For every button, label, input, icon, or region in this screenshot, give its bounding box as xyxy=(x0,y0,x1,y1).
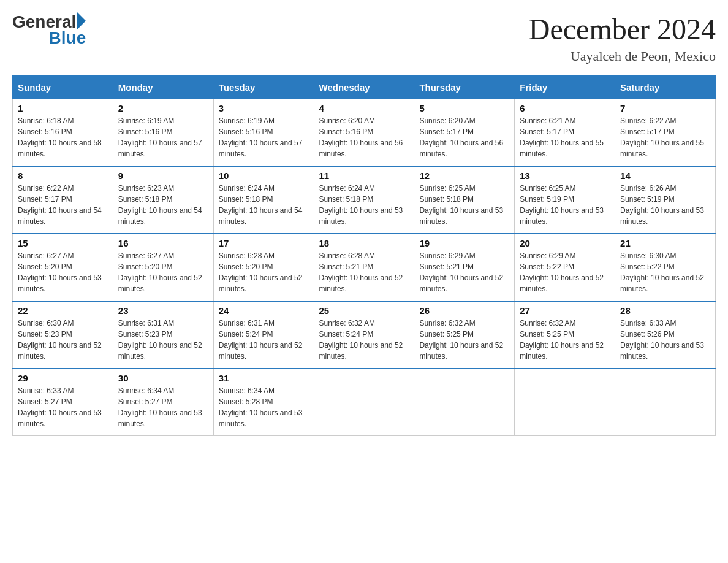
table-row: 14 Sunrise: 6:26 AMSunset: 5:19 PMDaylig… xyxy=(615,166,716,234)
calendar-week-row: 1 Sunrise: 6:18 AMSunset: 5:16 PMDayligh… xyxy=(13,99,716,167)
logo-text-blue: Blue xyxy=(49,28,86,48)
day-number: 2 xyxy=(118,103,208,113)
table-row: 25 Sunrise: 6:32 AMSunset: 5:24 PMDaylig… xyxy=(314,301,414,369)
table-row: 20 Sunrise: 6:29 AMSunset: 5:22 PMDaylig… xyxy=(515,234,615,301)
day-info: Sunrise: 6:33 AMSunset: 5:27 PMDaylight:… xyxy=(18,386,102,428)
header-monday: Monday xyxy=(113,76,213,99)
table-row: 29 Sunrise: 6:33 AMSunset: 5:27 PMDaylig… xyxy=(13,369,113,436)
day-number: 23 xyxy=(118,305,208,316)
day-number: 1 xyxy=(18,103,108,113)
logo-triangle-icon xyxy=(77,12,86,29)
table-row: 3 Sunrise: 6:19 AMSunset: 5:16 PMDayligh… xyxy=(213,99,314,167)
day-number: 28 xyxy=(620,305,710,316)
day-info: Sunrise: 6:31 AMSunset: 5:24 PMDaylight:… xyxy=(219,319,303,361)
day-info: Sunrise: 6:26 AMSunset: 5:19 PMDaylight:… xyxy=(620,184,704,226)
day-number: 25 xyxy=(319,305,409,316)
header-friday: Friday xyxy=(515,76,615,99)
table-row: 1 Sunrise: 6:18 AMSunset: 5:16 PMDayligh… xyxy=(13,99,113,167)
table-row xyxy=(515,369,615,436)
day-info: Sunrise: 6:32 AMSunset: 5:25 PMDaylight:… xyxy=(419,319,503,361)
day-number: 8 xyxy=(18,170,108,181)
day-info: Sunrise: 6:23 AMSunset: 5:18 PMDaylight:… xyxy=(118,184,202,226)
table-row: 18 Sunrise: 6:28 AMSunset: 5:21 PMDaylig… xyxy=(314,234,414,301)
table-row: 10 Sunrise: 6:24 AMSunset: 5:18 PMDaylig… xyxy=(213,166,314,234)
table-row: 30 Sunrise: 6:34 AMSunset: 5:27 PMDaylig… xyxy=(113,369,213,436)
table-row xyxy=(314,369,414,436)
table-row: 27 Sunrise: 6:32 AMSunset: 5:25 PMDaylig… xyxy=(515,301,615,369)
day-number: 19 xyxy=(419,238,509,248)
calendar-subtitle: Uayalceh de Peon, Mexico xyxy=(529,48,716,64)
table-row xyxy=(414,369,515,436)
day-info: Sunrise: 6:27 AMSunset: 5:20 PMDaylight:… xyxy=(18,251,102,293)
table-row: 7 Sunrise: 6:22 AMSunset: 5:17 PMDayligh… xyxy=(615,99,716,167)
calendar-week-row: 15 Sunrise: 6:27 AMSunset: 5:20 PMDaylig… xyxy=(13,234,716,301)
day-info: Sunrise: 6:22 AMSunset: 5:17 PMDaylight:… xyxy=(18,184,102,226)
day-number: 4 xyxy=(319,103,409,113)
table-row: 28 Sunrise: 6:33 AMSunset: 5:26 PMDaylig… xyxy=(615,301,716,369)
day-number: 15 xyxy=(18,238,108,248)
day-info: Sunrise: 6:30 AMSunset: 5:22 PMDaylight:… xyxy=(620,251,704,293)
day-info: Sunrise: 6:22 AMSunset: 5:17 PMDaylight:… xyxy=(620,117,704,158)
day-info: Sunrise: 6:18 AMSunset: 5:16 PMDaylight:… xyxy=(18,117,102,158)
day-info: Sunrise: 6:20 AMSunset: 5:16 PMDaylight:… xyxy=(319,117,403,158)
day-number: 22 xyxy=(18,305,108,316)
header: General Blue December 2024 Uayalceh de P… xyxy=(12,12,716,64)
table-row xyxy=(615,369,716,436)
table-row: 15 Sunrise: 6:27 AMSunset: 5:20 PMDaylig… xyxy=(13,234,113,301)
table-row: 16 Sunrise: 6:27 AMSunset: 5:20 PMDaylig… xyxy=(113,234,213,301)
day-number: 12 xyxy=(419,170,509,181)
day-info: Sunrise: 6:29 AMSunset: 5:22 PMDaylight:… xyxy=(520,251,604,293)
calendar-title: December 2024 xyxy=(529,12,716,46)
day-number: 21 xyxy=(620,238,710,248)
table-row: 9 Sunrise: 6:23 AMSunset: 5:18 PMDayligh… xyxy=(113,166,213,234)
table-row: 6 Sunrise: 6:21 AMSunset: 5:17 PMDayligh… xyxy=(515,99,615,167)
day-info: Sunrise: 6:28 AMSunset: 5:21 PMDaylight:… xyxy=(319,251,403,293)
calendar-week-row: 22 Sunrise: 6:30 AMSunset: 5:23 PMDaylig… xyxy=(13,301,716,369)
day-number: 16 xyxy=(118,238,208,248)
day-number: 17 xyxy=(219,238,309,248)
day-info: Sunrise: 6:24 AMSunset: 5:18 PMDaylight:… xyxy=(319,184,403,226)
table-row: 22 Sunrise: 6:30 AMSunset: 5:23 PMDaylig… xyxy=(13,301,113,369)
day-number: 11 xyxy=(319,170,409,181)
calendar-header-row: Sunday Monday Tuesday Wednesday Thursday… xyxy=(13,76,716,99)
title-area: December 2024 Uayalceh de Peon, Mexico xyxy=(529,12,716,64)
day-info: Sunrise: 6:29 AMSunset: 5:21 PMDaylight:… xyxy=(419,251,503,293)
table-row: 23 Sunrise: 6:31 AMSunset: 5:23 PMDaylig… xyxy=(113,301,213,369)
calendar-week-row: 29 Sunrise: 6:33 AMSunset: 5:27 PMDaylig… xyxy=(13,369,716,436)
day-number: 29 xyxy=(18,373,108,383)
table-row: 26 Sunrise: 6:32 AMSunset: 5:25 PMDaylig… xyxy=(414,301,515,369)
header-saturday: Saturday xyxy=(615,76,716,99)
table-row: 11 Sunrise: 6:24 AMSunset: 5:18 PMDaylig… xyxy=(314,166,414,234)
header-wednesday: Wednesday xyxy=(314,76,414,99)
table-row: 19 Sunrise: 6:29 AMSunset: 5:21 PMDaylig… xyxy=(414,234,515,301)
day-number: 26 xyxy=(419,305,509,316)
day-number: 6 xyxy=(520,103,610,113)
day-info: Sunrise: 6:24 AMSunset: 5:18 PMDaylight:… xyxy=(219,184,303,226)
day-number: 20 xyxy=(520,238,610,248)
table-row: 24 Sunrise: 6:31 AMSunset: 5:24 PMDaylig… xyxy=(213,301,314,369)
day-info: Sunrise: 6:19 AMSunset: 5:16 PMDaylight:… xyxy=(118,117,202,158)
table-row: 12 Sunrise: 6:25 AMSunset: 5:18 PMDaylig… xyxy=(414,166,515,234)
day-number: 14 xyxy=(620,170,710,181)
day-info: Sunrise: 6:30 AMSunset: 5:23 PMDaylight:… xyxy=(18,319,102,361)
header-tuesday: Tuesday xyxy=(213,76,314,99)
day-number: 13 xyxy=(520,170,610,181)
table-row: 21 Sunrise: 6:30 AMSunset: 5:22 PMDaylig… xyxy=(615,234,716,301)
day-number: 31 xyxy=(219,373,309,383)
table-row: 17 Sunrise: 6:28 AMSunset: 5:20 PMDaylig… xyxy=(213,234,314,301)
header-thursday: Thursday xyxy=(414,76,515,99)
day-info: Sunrise: 6:33 AMSunset: 5:26 PMDaylight:… xyxy=(620,319,704,361)
table-row: 4 Sunrise: 6:20 AMSunset: 5:16 PMDayligh… xyxy=(314,99,414,167)
day-number: 24 xyxy=(219,305,309,316)
table-row: 31 Sunrise: 6:34 AMSunset: 5:28 PMDaylig… xyxy=(213,369,314,436)
day-number: 9 xyxy=(118,170,208,181)
day-info: Sunrise: 6:28 AMSunset: 5:20 PMDaylight:… xyxy=(219,251,303,293)
day-info: Sunrise: 6:25 AMSunset: 5:18 PMDaylight:… xyxy=(419,184,503,226)
logo: General Blue xyxy=(12,12,86,48)
day-number: 10 xyxy=(219,170,309,181)
calendar-week-row: 8 Sunrise: 6:22 AMSunset: 5:17 PMDayligh… xyxy=(13,166,716,234)
day-info: Sunrise: 6:34 AMSunset: 5:27 PMDaylight:… xyxy=(118,386,202,428)
day-number: 7 xyxy=(620,103,710,113)
day-info: Sunrise: 6:19 AMSunset: 5:16 PMDaylight:… xyxy=(219,117,303,158)
table-row: 5 Sunrise: 6:20 AMSunset: 5:17 PMDayligh… xyxy=(414,99,515,167)
